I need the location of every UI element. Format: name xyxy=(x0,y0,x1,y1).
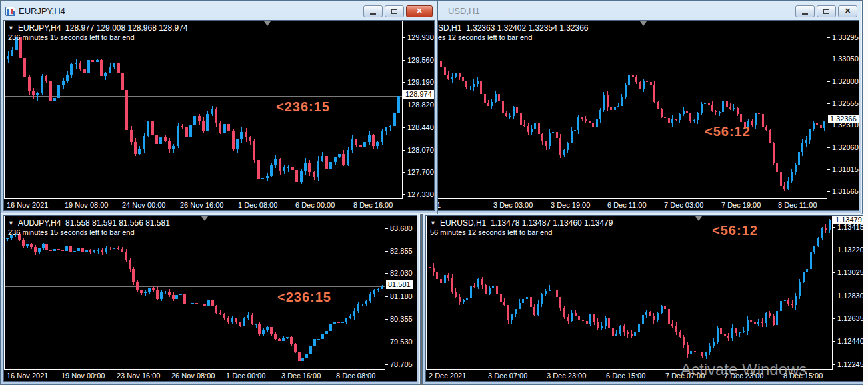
time-axis-label: 16 Nov 2021 xyxy=(7,201,48,209)
price-tick xyxy=(403,105,405,105)
time-axis-label: 7 Dec 03:00 xyxy=(664,201,703,209)
price-tick xyxy=(827,81,830,82)
price-tick xyxy=(827,147,830,148)
price-axis-label: 1.12830 xyxy=(837,292,864,300)
price-axis-label: 1.12440 xyxy=(837,337,864,345)
time-axis-label: 6 Dec 11:00 xyxy=(607,201,647,209)
chart-area-audjpy[interactable]: ▼ AUDJPY,H4 81.558 81.591 81.556 81.581 … xyxy=(3,215,417,382)
chart-window-usd-h1: USD,H1 ✕ SD,H1 1.32363 1.32402 1.32354 1… xyxy=(430,0,863,214)
time-axis[interactable]: 16 Nov 202119 Nov 08:0024 Nov 00:0026 No… xyxy=(4,200,434,210)
window-title: EURJPY,H4 xyxy=(19,6,65,16)
price-axis[interactable]: 1.134151.132201.130251.128301.126351.124… xyxy=(833,216,864,370)
price-axis-label: 1.13025 xyxy=(837,268,864,276)
current-price-tag: 81.581 xyxy=(386,280,413,289)
workspace-edge-strip xyxy=(863,0,868,385)
time-axis-label: 26 Nov 16:00 xyxy=(180,201,223,209)
time-axis-label: 3 Dec 16:00 xyxy=(281,372,321,380)
window-titlebar[interactable]: EURJPY,H4 ✕ xyxy=(3,3,435,20)
chart-shift-marker-icon[interactable] xyxy=(201,216,208,221)
minimize-button[interactable] xyxy=(363,5,383,17)
chart-area-usd-h1[interactable]: SD,H1 1.32363 1.32402 1.32354 1.32366 es… xyxy=(433,20,859,211)
time-axis-label: 3 Dec 07:00 xyxy=(488,372,527,380)
time-axis-label: 8 Dec 16:00 xyxy=(353,201,393,209)
chart-ohlc-header: SD,H1 1.32363 1.32402 1.32354 1.32366 xyxy=(438,23,589,33)
price-axis-label: 128.440 xyxy=(407,123,434,131)
bar-countdown-text: 56 minutes 12 seconds left to bar end xyxy=(430,228,552,236)
price-axis-label: 79.530 xyxy=(390,338,413,346)
symbol-dropdown-icon[interactable]: ▼ xyxy=(8,25,14,31)
activate-windows-watermark: Activate Windows xyxy=(681,360,807,379)
window-buttons: ✕ xyxy=(795,5,858,17)
time-axis-label: 16 Nov 2021 xyxy=(7,372,48,380)
price-axis-label: 1.31565 xyxy=(832,187,859,195)
price-axis-label: 1.33295 xyxy=(832,33,859,41)
price-tick xyxy=(833,364,835,365)
price-tick xyxy=(833,318,835,319)
chart-shift-marker-icon[interactable] xyxy=(695,216,702,221)
price-tick xyxy=(403,150,405,151)
symbol-dropdown-icon[interactable]: ▼ xyxy=(430,220,436,226)
time-axis-label: 1 Dec 00:00 xyxy=(226,372,265,380)
restore-icon xyxy=(823,9,829,14)
mt4-workspace: EURJPY,H4 ✕ ▼ EURJPY,H4 128.977 129.008 … xyxy=(0,0,868,385)
time-axis[interactable]: 13 Dec 03:003 Dec 19:006 Dec 11:007 Dec … xyxy=(434,200,859,210)
price-axis[interactable]: 1.332951.330501.328001.325551.323101.320… xyxy=(827,21,859,199)
time-axis[interactable]: 16 Nov 202119 Nov 00:0023 Nov 16:0026 No… xyxy=(4,370,417,381)
price-tick xyxy=(403,172,405,173)
price-axis-label: 80.355 xyxy=(390,315,413,323)
time-axis-label: 6 Dec 00:00 xyxy=(295,201,335,209)
close-icon: ✕ xyxy=(845,7,851,15)
price-tick xyxy=(385,319,388,320)
price-tick xyxy=(403,37,405,38)
plot-area[interactable] xyxy=(426,216,833,370)
time-axis-label: 8 Dec 11:00 xyxy=(778,201,817,209)
symbol-dropdown-icon[interactable]: ▼ xyxy=(8,220,14,226)
price-axis-label: 81.180 xyxy=(390,292,413,300)
price-tick xyxy=(403,82,405,83)
candles-svg xyxy=(427,216,832,369)
price-axis[interactable]: 83.68082.85582.03081.18080.35579.53078.7… xyxy=(385,216,417,370)
chart-ohlc-header: AUDJPY,H4 81.558 81.591 81.556 81.581 xyxy=(18,218,170,228)
time-axis-label: 1 Dec 08:00 xyxy=(238,201,277,209)
chart-ohlc-header: EURJPY,H4 128.977 129.008 128.968 128.97… xyxy=(18,23,188,33)
price-axis-label: 127.700 xyxy=(407,168,434,176)
candles-svg xyxy=(5,21,402,198)
minimize-icon xyxy=(370,13,376,15)
price-tick xyxy=(827,191,830,192)
chart-window-eurjpy: EURJPY,H4 ✕ ▼ EURJPY,H4 128.977 129.008 … xyxy=(0,0,438,214)
price-axis-label: 1.13220 xyxy=(837,246,864,254)
candle-countdown-label: <236:15 xyxy=(276,99,330,115)
close-button[interactable]: ✕ xyxy=(406,5,433,17)
bar-countdown-text: 236 minutes 15 seconds left to bar end xyxy=(8,33,135,41)
chart-area-eurusd[interactable]: ▼ EURUSD,H1 1.13478 1.13487 1.13460 1.13… xyxy=(425,215,865,382)
price-axis-label: 78.705 xyxy=(390,360,413,368)
price-tick xyxy=(833,250,835,250)
window-titlebar[interactable]: USD,H1 ✕ xyxy=(433,3,859,20)
price-tick xyxy=(385,228,388,229)
chart-ohlc-header: EURUSD,H1 1.13478 1.13487 1.13460 1.1347… xyxy=(440,218,613,228)
time-axis-label: 7 Dec 19:00 xyxy=(721,201,761,209)
price-axis-label: 1.31815 xyxy=(832,165,859,173)
time-axis-label: 19 Nov 00:00 xyxy=(61,372,105,380)
chart-area-eurjpy[interactable]: ▼ EURJPY,H4 128.977 129.008 128.968 128.… xyxy=(3,20,435,211)
price-axis-label: 129.560 xyxy=(407,56,434,64)
price-tick xyxy=(403,127,405,128)
candle-countdown-label: <56:12 xyxy=(705,124,751,139)
chart-shift-marker-icon[interactable] xyxy=(264,21,271,26)
time-axis-label: 26 Nov 08:00 xyxy=(171,372,215,380)
price-tick xyxy=(827,103,830,104)
price-tick xyxy=(385,296,388,297)
chart-window-icon xyxy=(5,7,15,16)
restore-button[interactable] xyxy=(817,5,836,17)
price-tick xyxy=(827,125,830,125)
chart-shift-marker-icon[interactable] xyxy=(640,21,647,26)
minimize-button[interactable] xyxy=(795,5,815,17)
restore-button[interactable] xyxy=(385,5,404,17)
price-axis-label: 129.930 xyxy=(407,33,434,41)
price-tick xyxy=(827,59,830,59)
plot-area[interactable] xyxy=(4,21,403,199)
price-axis-label: 82.855 xyxy=(390,247,413,255)
close-button[interactable]: ✕ xyxy=(838,5,857,17)
price-axis[interactable]: 129.930129.560129.190128.820128.440128.0… xyxy=(403,21,434,199)
plot-area[interactable] xyxy=(434,21,827,199)
